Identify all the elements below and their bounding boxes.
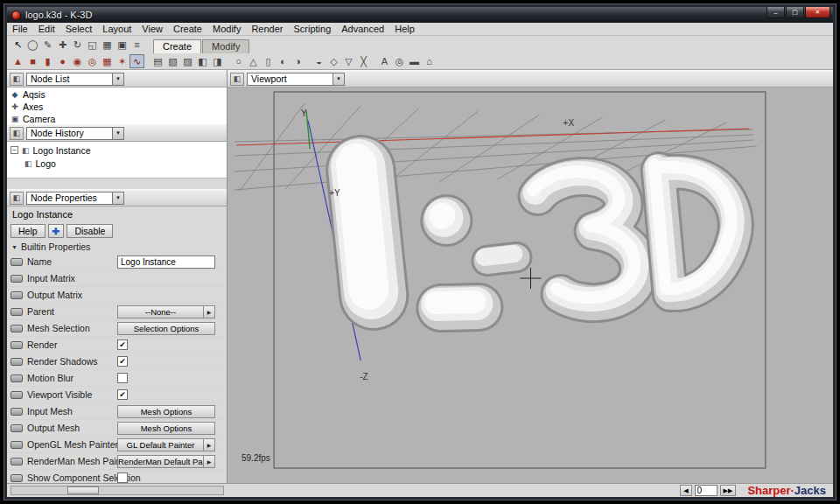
tab-modify[interactable]: Modify [202,39,249,53]
menu-item-help[interactable]: Help [389,24,420,34]
viewport-scene[interactable]: Y +X +Y -Z 59.2fps [228,88,833,483]
menu-item-file[interactable]: File [7,24,33,34]
select-cursor-icon[interactable]: ↖ [10,38,25,52]
polyhedron-icon[interactable]: ◇ [326,54,341,68]
dropdown-arrow-icon[interactable]: ▶ [204,438,215,452]
show-component-selection-checkbox[interactable] [117,472,128,483]
dropdown-arrow-icon[interactable]: ▶ [204,455,215,468]
dropdown-arrow-icon[interactable]: ▶ [204,305,215,318]
patch-grid-icon[interactable]: ▨ [180,54,195,68]
node-list-item-camera[interactable]: ▣Camera [7,113,227,124]
scale-tool-icon[interactable]: ◱ [85,38,100,52]
nurbs-cylinder-icon[interactable]: ▯ [261,54,276,68]
menu-item-scripting[interactable]: Scripting [288,24,336,34]
menu-item-view[interactable]: View [136,24,168,34]
frame-rewind-button[interactable]: ◀ [680,485,691,496]
lsystem-icon[interactable]: ╳ [356,54,371,68]
rotate-tool-icon[interactable]: ↻ [70,38,85,52]
nurbs-sphere-icon[interactable]: ◑ [290,54,305,68]
maximize-button[interactable]: ▢ [786,7,804,18]
pyramid-down-icon[interactable]: ▽ [341,54,356,68]
input-mesh-button[interactable]: Mesh Options [117,405,215,418]
opengl-mesh-painter-dropdown[interactable]: GL Default Painter [117,438,204,452]
node-properties-selector[interactable]: Node Properties ▼ [26,192,124,205]
render-shadows-checkbox[interactable]: ✔ [117,356,128,367]
socket-icon[interactable] [10,374,23,382]
disable-button[interactable]: Disable [66,224,113,238]
nurbs-cone-icon[interactable]: △ [246,54,261,68]
socket-icon[interactable] [10,258,23,266]
cone-icon[interactable]: ▲ [10,54,25,68]
viewport-visible-checkbox[interactable]: ✔ [117,389,128,400]
node-list-item-aqsis[interactable]: ◆Aqsis [7,88,227,101]
star-icon[interactable]: ✶ [115,54,130,68]
menu-item-layout[interactable]: Layout [97,24,136,34]
move-tool-icon[interactable]: ✚ [55,38,70,52]
socket-icon[interactable] [10,358,23,366]
frame-input[interactable] [695,485,718,496]
pin-button[interactable]: ✚ [48,224,65,238]
name-input[interactable] [117,256,215,269]
snap-tool-icon[interactable]: ▦ [100,38,115,52]
cube-icon[interactable]: ■ [25,54,40,68]
socket-icon[interactable] [10,275,23,283]
builtin-properties-toggle[interactable]: ▼ Builtin Properties [7,240,227,254]
cylinder-icon[interactable]: ▮ [40,54,55,68]
socket-icon[interactable] [10,458,23,466]
panel-menu-icon[interactable]: ◧ [10,192,24,205]
nurbs-circle-icon[interactable]: ○ [231,54,246,68]
grid-icon[interactable]: ▦ [100,54,115,68]
minimize-button[interactable]: – [766,7,785,18]
panel-menu-icon[interactable]: ◧ [10,127,24,140]
menu-item-select[interactable]: Select [60,24,98,34]
capsule-icon[interactable]: ▬ [407,54,422,68]
tree-item-logo[interactable]: ◧Logo [7,157,227,170]
scrollbar-thumb[interactable] [67,486,99,494]
panel-menu-icon[interactable]: ◧ [10,73,24,86]
motion-blur-checkbox[interactable] [117,373,128,383]
render-preview-icon[interactable]: ▣ [115,38,130,52]
half-patch-icon[interactable]: ◧ [195,54,210,68]
blobby-icon[interactable]: ∿ [130,54,144,68]
socket-icon[interactable] [10,391,23,399]
socket-icon[interactable] [10,308,23,316]
tab-create[interactable]: Create [153,39,201,53]
panel-menu-icon[interactable]: ◧ [230,73,244,86]
nurbs-disk-icon[interactable]: ◐ [276,54,290,68]
parent-dropdown[interactable]: --None-- [117,305,204,318]
render-checkbox[interactable]: ✔ [117,340,128,350]
menu-item-render[interactable]: Render [246,24,288,34]
socket-icon[interactable] [10,325,23,332]
socket-icon[interactable] [10,441,23,449]
tree-item-logo-instance[interactable]: −◧Logo Instance [7,144,227,157]
node-history-selector[interactable]: Node History ▼ [26,127,124,140]
socket-icon[interactable] [10,341,23,349]
renderman-mesh-painter-dropdown[interactable]: RenderMan Default Painter [117,455,204,468]
menu-item-create[interactable]: Create [168,24,207,34]
select-ellipse-icon[interactable]: ◯ [25,38,40,52]
half-patch-2-icon[interactable]: ◨ [210,54,225,68]
socket-icon[interactable] [10,474,23,482]
frame-end-button[interactable]: ▶▶ [720,485,737,496]
node-list-item-axes[interactable]: ✚Axes [7,101,227,113]
socket-icon[interactable] [10,408,23,416]
torus-icon[interactable]: ◎ [85,54,100,68]
viewport-selector[interactable]: Viewport ▼ [247,73,345,86]
sphere-icon[interactable]: ◉ [70,54,85,68]
nurbs-torus-icon[interactable]: ◒ [312,54,326,68]
teapot-icon[interactable]: ⌂ [422,54,437,68]
node-list-selector[interactable]: Node List ▼ [26,73,124,86]
sidebar-horizontal-scrollbar[interactable] [10,486,224,495]
scene-3d-render[interactable]: Y +X +Y -Z [228,88,833,483]
bilinear-patch-icon[interactable]: ▤ [150,54,165,68]
output-mesh-button[interactable]: Mesh Options [117,422,215,435]
menu-item-edit[interactable]: Edit [33,24,60,34]
bicubic-patch-icon[interactable]: ▧ [165,54,180,68]
mesh-selection-button[interactable]: Selection Options [117,322,215,335]
tree-expander-icon[interactable]: − [10,146,18,154]
menu-item-advanced[interactable]: Advanced [336,24,389,34]
ring-icon[interactable]: ◎ [392,54,407,68]
text-icon[interactable]: A [377,54,392,68]
disk-icon[interactable]: ● [55,54,70,68]
pipeline-icon[interactable]: ≡ [130,38,144,52]
